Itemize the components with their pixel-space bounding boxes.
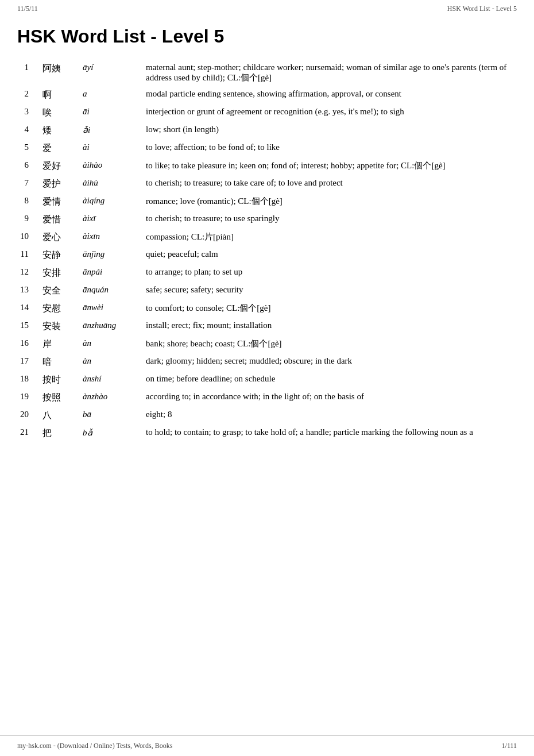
table-row: 15 安装 ānzhuāng install; erect; fix; moun… — [17, 318, 517, 335]
table-row: 1 阿姨 āyí maternal aunt; step-mother; chi… — [17, 60, 517, 86]
word-definition: interjection or grunt of agreement or re… — [144, 104, 517, 122]
word-pinyin: ài — [80, 140, 144, 157]
word-pinyin: àihù — [80, 175, 144, 193]
word-chinese: 安静 — [40, 246, 80, 264]
word-pinyin: àiqíng — [80, 193, 144, 211]
word-pinyin: bā — [80, 407, 144, 425]
word-definition: bank; shore; beach; coast; CL:個个[gè] — [144, 335, 517, 353]
table-row: 13 安全 ānquán safe; secure; safety; secur… — [17, 282, 517, 300]
word-number: 20 — [17, 407, 40, 425]
word-number: 7 — [17, 175, 40, 193]
word-pinyin: a — [80, 86, 144, 104]
table-row: 21 把 bǎ to hold; to contain; to grasp; t… — [17, 425, 517, 442]
word-chinese: 把 — [40, 425, 80, 442]
word-pinyin: ānquán — [80, 282, 144, 300]
table-row: 19 按照 ànzhào according to; in accordance… — [17, 389, 517, 407]
table-row: 8 爱情 àiqíng romance; love (romantic); CL… — [17, 193, 517, 211]
word-number: 21 — [17, 425, 40, 442]
table-row: 2 啊 a modal particle ending sentence, sh… — [17, 86, 517, 104]
word-definition: on time; before deadline; on schedule — [144, 371, 517, 389]
word-number: 15 — [17, 318, 40, 335]
header-bar: 11/5/11 HSK Word List - Level 5 — [17, 0, 517, 16]
word-chinese: 安慰 — [40, 300, 80, 318]
word-chinese: 暗 — [40, 353, 80, 371]
word-number: 10 — [17, 229, 40, 246]
footer-bar: my-hsk.com - (Download / Online) Tests, … — [0, 735, 534, 756]
word-chinese: 按照 — [40, 389, 80, 407]
word-definition: low; short (in length) — [144, 122, 517, 140]
word-chinese: 啊 — [40, 86, 80, 104]
word-number: 8 — [17, 193, 40, 211]
table-row: 6 爱好 àihào to like; to take pleasure in;… — [17, 157, 517, 175]
table-row: 3 唉 āi interjection or grunt of agreemen… — [17, 104, 517, 122]
word-chinese: 唉 — [40, 104, 80, 122]
word-pinyin: āi — [80, 104, 144, 122]
header-date: 11/5/11 — [17, 5, 38, 13]
word-definition: to comfort; to console; CL:個个[gè] — [144, 300, 517, 318]
word-definition: to cherish; to treasure; to use sparingl… — [144, 211, 517, 229]
word-pinyin: ānzhuāng — [80, 318, 144, 335]
word-chinese: 安全 — [40, 282, 80, 300]
word-chinese: 爱情 — [40, 193, 80, 211]
word-chinese: 按时 — [40, 371, 80, 389]
word-number: 5 — [17, 140, 40, 157]
word-chinese: 八 — [40, 407, 80, 425]
word-definition: to like; to take pleasure in; keen on; f… — [144, 157, 517, 175]
word-number: 4 — [17, 122, 40, 140]
word-definition: to arrange; to plan; to set up — [144, 264, 517, 282]
word-pinyin: ǎi — [80, 122, 144, 140]
header-title: HSK Word List - Level 5 — [447, 5, 517, 13]
word-pinyin: ānwèi — [80, 300, 144, 318]
word-number: 9 — [17, 211, 40, 229]
word-chinese: 岸 — [40, 335, 80, 353]
word-chinese: 爱好 — [40, 157, 80, 175]
word-chinese: 爱护 — [40, 175, 80, 193]
table-row: 9 爱惜 àixī to cherish; to treasure; to us… — [17, 211, 517, 229]
table-row: 5 爱 ài to love; affection; to be fond of… — [17, 140, 517, 157]
word-number: 1 — [17, 60, 40, 86]
word-pinyin: bǎ — [80, 425, 144, 442]
table-row: 11 安静 ānjìng quiet; peaceful; calm — [17, 246, 517, 264]
table-row: 20 八 bā eight; 8 — [17, 407, 517, 425]
table-row: 7 爱护 àihù to cherish; to treasure; to ta… — [17, 175, 517, 193]
word-number: 19 — [17, 389, 40, 407]
word-number: 14 — [17, 300, 40, 318]
word-definition: maternal aunt; step-mother; childcare wo… — [144, 60, 517, 86]
word-number: 2 — [17, 86, 40, 104]
word-number: 18 — [17, 371, 40, 389]
word-definition: to hold; to contain; to grasp; to take h… — [144, 425, 517, 442]
word-pinyin: āyí — [80, 60, 144, 86]
table-row: 12 安排 ānpái to arrange; to plan; to set … — [17, 264, 517, 282]
word-list-table: 1 阿姨 āyí maternal aunt; step-mother; chi… — [17, 60, 517, 442]
word-definition: eight; 8 — [144, 407, 517, 425]
table-row: 14 安慰 ānwèi to comfort; to console; CL:個… — [17, 300, 517, 318]
word-definition: quiet; peaceful; calm — [144, 246, 517, 264]
footer-right: 1/111 — [502, 742, 517, 750]
table-row: 16 岸 àn bank; shore; beach; coast; CL:個个… — [17, 335, 517, 353]
word-pinyin: àn — [80, 335, 144, 353]
word-definition: install; erect; fix; mount; installation — [144, 318, 517, 335]
word-pinyin: ānjìng — [80, 246, 144, 264]
word-number: 11 — [17, 246, 40, 264]
word-chinese: 安装 — [40, 318, 80, 335]
word-definition: to cherish; to treasure; to take care of… — [144, 175, 517, 193]
word-number: 6 — [17, 157, 40, 175]
word-number: 12 — [17, 264, 40, 282]
word-number: 17 — [17, 353, 40, 371]
word-number: 16 — [17, 335, 40, 353]
word-definition: dark; gloomy; hidden; secret; muddled; o… — [144, 353, 517, 371]
word-pinyin: àixīn — [80, 229, 144, 246]
word-chinese: 爱 — [40, 140, 80, 157]
word-definition: modal particle ending sentence, showing … — [144, 86, 517, 104]
word-chinese: 矮 — [40, 122, 80, 140]
word-number: 13 — [17, 282, 40, 300]
table-row: 4 矮 ǎi low; short (in length) — [17, 122, 517, 140]
table-row: 10 爱心 àixīn compassion; CL:片[piàn] — [17, 229, 517, 246]
word-chinese: 阿姨 — [40, 60, 80, 86]
table-row: 18 按时 ànshí on time; before deadline; on… — [17, 371, 517, 389]
word-definition: according to; in accordance with; in the… — [144, 389, 517, 407]
word-pinyin: àn — [80, 353, 144, 371]
page-title: HSK Word List - Level 5 — [17, 26, 517, 47]
word-pinyin: ànzhào — [80, 389, 144, 407]
table-row: 17 暗 àn dark; gloomy; hidden; secret; mu… — [17, 353, 517, 371]
